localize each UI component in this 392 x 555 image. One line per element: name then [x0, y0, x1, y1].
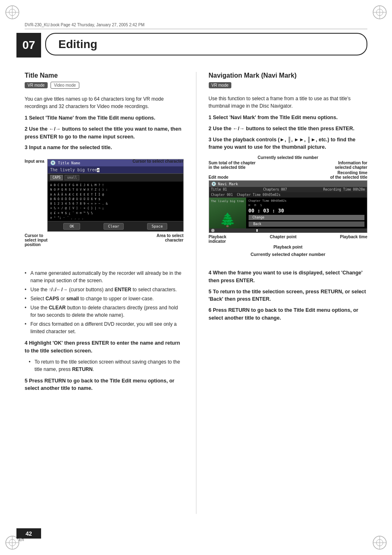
label-info-chapter: Information forselected chapter	[335, 161, 367, 170]
hms-labels: H M S	[249, 204, 365, 207]
main-content: Title Name VR mode Video mode You can gi…	[25, 64, 367, 522]
title-step5: 5 Press RETURN to go back to the Title E…	[25, 377, 184, 393]
char-row-1: A B C D E F G H I J K L M ? !	[50, 183, 181, 187]
page-title: Editing	[58, 38, 97, 51]
bullet-item-1: A name generated automatically by the re…	[25, 269, 184, 284]
title-info: Title 01	[211, 188, 227, 191]
chapters-info: Chapters 007	[263, 188, 287, 191]
cursor-indicator: e	[97, 168, 99, 172]
vr-mode-badge-right: VR mode	[209, 82, 232, 88]
bullet-list: A name generated automatically by the re…	[25, 269, 184, 335]
input-screen: 💿 Title Name The lively big treee CAPS s…	[47, 159, 184, 232]
playback-indicator-dot	[211, 229, 214, 232]
char-row-8: ± ¹ °¡ · ´ ¸ ¸ ¸ ¸	[50, 215, 181, 220]
chapter-time-label: Chapter Time 00h05m02s	[249, 199, 365, 203]
bullet-item-3: Select CAPS or small to change to upper …	[25, 295, 184, 302]
chapter-badge: 07	[16, 33, 41, 58]
change-button[interactable]: Change	[249, 215, 365, 220]
bullet-item-5: For discs formatted on a different DVD r…	[25, 320, 184, 335]
char-row-4: Ð Ñ Ò Ó Ô Õ Ø Ù Ú Û Ü ß ¥ $	[50, 197, 181, 201]
vr-mode-badge-left: VR mode	[25, 82, 48, 88]
step4-bullet: To return to the title selection screen …	[29, 358, 184, 373]
back-button[interactable]: Back	[249, 221, 365, 227]
left-column: Title Name VR mode Video mode You can gi…	[25, 64, 184, 522]
navi-step1: 1 Select 'Navi Mark' from the Title Edit…	[209, 114, 368, 122]
chapter-num: Chapter 001	[211, 193, 233, 197]
char-row-5: 0 1 2 3 4 5 6 7 8 9 < = > ~ . &	[50, 201, 181, 206]
action-buttons-row: OK Clear Space	[48, 221, 183, 231]
navi-action-buttons: Change Back	[249, 215, 365, 227]
header-file-info: DVR-230_KU.book Page 42 Thursday, Januar…	[25, 23, 367, 29]
navi-step6: 6 Press RETURN to go back to the Title E…	[209, 306, 368, 322]
char-row-7: ¢ £ ¤ ¥ $ ¿ ¨ © ® ™ ½ ½	[50, 211, 181, 215]
input-area-diagram: Input area Cursor to select character 💿 …	[25, 159, 184, 247]
caps-button[interactable]: CAPS	[50, 175, 63, 180]
navi-thumbnail: 🌲 The lively big tree	[209, 198, 246, 228]
navi-title-bar: 💿 Navi Mark	[209, 181, 367, 187]
currently-selected-title-label: Currently selected title number	[209, 155, 368, 160]
title-step1: 1 Select 'Title Name' from the Title Edi…	[25, 114, 184, 122]
caps-row: CAPS small	[48, 174, 183, 182]
navi-step5: 5 To return to the title selection scree…	[209, 288, 368, 304]
above-labels-row: Sum total of the chapterin the selected …	[209, 161, 368, 170]
navi-screen: 💿 Navi Mark Title 01 Chapters 007 Record…	[209, 180, 368, 233]
playback-bar	[209, 228, 367, 233]
char-row-2: N O P Q R S T U V W X Y Z ( ) :	[50, 187, 181, 192]
time-value: 00 : 03 : 30	[249, 208, 365, 214]
navi-screen-title: Navi Mark	[218, 182, 238, 186]
bullet-item-4: Use the CLEAR button to delete character…	[25, 304, 184, 319]
recording-time-info: Recording Time 00h20m	[323, 188, 365, 191]
navi-diagram-area: Currently selected title number Sum tota…	[209, 155, 368, 257]
title-name-description: You can give titles names up to 64 chara…	[25, 95, 184, 110]
navi-disc-icon: 💿	[211, 182, 216, 186]
navi-description: Use this function to select a frame from…	[209, 95, 368, 110]
currently-selected-chapter-label: Currently selected chapter number	[209, 252, 368, 257]
navi-step4: 4 When the frame you want to use is disp…	[209, 269, 368, 285]
navi-mark-heading: Navigation Mark (Navi Mark)	[209, 72, 368, 79]
footer-en-label: En	[19, 537, 24, 542]
label-cursor-char: Cursor to select character	[133, 159, 184, 164]
right-column: Navigation Mark (Navi Mark) VR mode Use …	[209, 64, 368, 522]
chapter-time: Chapter Time 00h05m02s	[237, 193, 280, 197]
chapter-number: 07	[22, 39, 35, 52]
screen-title-text: Title Name	[58, 161, 80, 165]
label-cursor-input: Cursor toselect inputposition	[25, 233, 58, 247]
label-playback-time: Playback time	[340, 235, 367, 244]
label-chapter-point: Chapter point	[270, 235, 297, 244]
thumbnail-title: The lively big tree	[211, 200, 244, 203]
mode-badges-right: VR mode	[209, 82, 368, 92]
label-playback-indicator: Playbackindicator	[209, 235, 226, 244]
disc-icon: 💿	[50, 160, 56, 166]
label-area-char: Area to selectcharacter	[151, 233, 184, 247]
tree-icon: 🌲	[219, 213, 236, 226]
video-mode-badge: Video mode	[51, 82, 79, 89]
char-row-6: ¤ ½ ÷ / @ [ V ] · × { } | ¬ ¡	[50, 206, 181, 210]
title-step4: 4 Highlight 'OK' then press ENTER to ent…	[25, 339, 184, 355]
navi-step2: 2 Use the ←/→ buttons to select the titl…	[209, 125, 368, 133]
label-input-area: Input area	[25, 159, 44, 164]
page-title-area: Editing	[45, 33, 367, 55]
page-number-text: 42	[25, 530, 32, 537]
title-name-heading: Title Name	[25, 72, 184, 79]
small-button[interactable]: small	[65, 175, 79, 180]
bullet-item-2: Use the ↑/↓/←/→ (cursor buttons) and ENT…	[25, 286, 184, 293]
label-playback-point: Playback point	[209, 245, 368, 249]
corner-decoration-tl	[4, 4, 21, 21]
char-grid: A B C D E F G H I J K L M ? ! N O P Q R …	[48, 182, 183, 221]
edit-recording-labels: Edit mode Recording timeof the selected …	[209, 170, 368, 180]
ok-button[interactable]: OK	[63, 223, 80, 230]
title-step3: 3 Input a name for the selected title.	[25, 144, 184, 152]
chapter-row: Chapter 001 Chapter Time 00h05m02s	[209, 192, 367, 198]
chapter-point-marker	[256, 229, 258, 232]
clear-button[interactable]: Clear	[104, 223, 124, 230]
navi-controls: Chapter Time 00h05m02s H M S 00 : 03 : 3…	[246, 198, 367, 228]
space-button[interactable]: Space	[147, 223, 167, 230]
title-step2: 2 Use the ←/→ buttons to select the titl…	[25, 125, 184, 141]
step4-bullet-list: To return to the title selection screen …	[29, 358, 184, 373]
input-text-value: The lively big tree	[50, 168, 97, 172]
input-field: The lively big treee	[48, 166, 183, 174]
diagram-below-labels: Cursor toselect inputposition Area to se…	[25, 233, 184, 247]
label-sum-chapter: Sum total of the chapterin the selected …	[209, 161, 256, 170]
label-recording-time: Recording timeof the selected title	[330, 170, 367, 180]
navi-main-area: 🌲 The lively big tree Chapter Time 00h05…	[209, 198, 367, 228]
